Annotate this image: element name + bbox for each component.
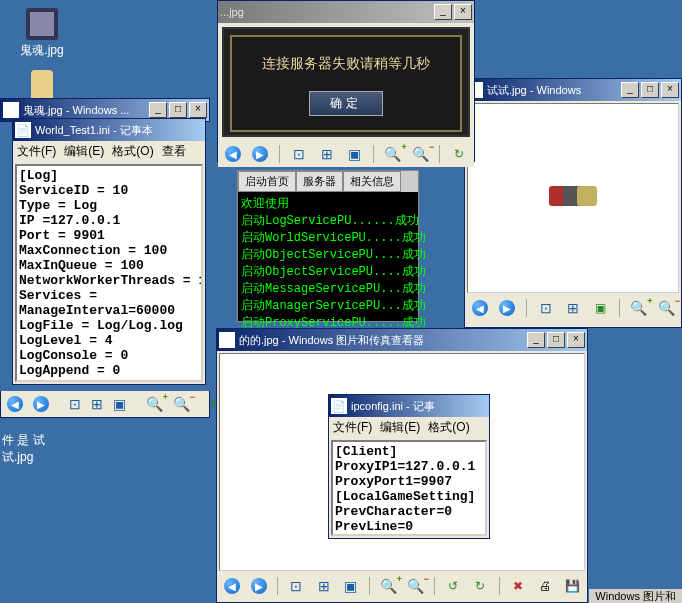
slideshow-icon[interactable]: ▣ [113,395,126,413]
image-canvas: 📄 ipconfig.ini - 记事 文件(F) 编辑(E) 格式(O) [C… [219,353,585,571]
dialog-message: 连接服务器失败请稍等几秒 [252,55,440,73]
actual-icon[interactable]: ⊞ [315,577,332,595]
console-line: 启动LogServicePU......成功 [241,212,415,229]
tab-servers[interactable]: 服务器 [296,171,343,192]
text-area[interactable]: [Client]ProxyIP1=127.0.0.1ProxyPort1=990… [331,440,487,536]
picture-viewer-window-dede: 🖼 的的.jpg - Windows 图片和传真查看器 _ □ × 📄 ipco… [216,328,588,603]
delete-icon[interactable]: ✖ [510,577,527,595]
taskbar-fragment: Windows 图片和 [589,589,682,603]
titlebar[interactable]: 📄 ipconfig.ini - 记事 [329,395,489,417]
titlebar[interactable]: 🖼 试试.jpg - Windows _ □ × [465,79,681,101]
picture-viewer-toolbar: ◀ ▶ ⊡ ⊞ ▣ 🔍 🔍 ↺ ↻ ✖ 🖨 💾 [217,573,587,599]
next-button[interactable]: ▶ [33,395,49,413]
picture-viewer-window-right: 🖼 试试.jpg - Windows _ □ × ◀ ▶ ⊡ ⊞ ▣ 🔍 🔍 [464,78,682,328]
desktop-icon-test[interactable]: 件 是 试 试.jpg [2,432,92,466]
notepad-icon: 📄 [331,398,347,414]
console-line: 启动ObjectServicePU....成功 [241,263,415,280]
next-button[interactable]: ▶ [498,299,515,317]
desktop-icon-ghost[interactable]: 鬼魂.jpg [2,8,82,59]
actual-icon[interactable]: ⊞ [564,299,581,317]
zoom-out-icon[interactable]: 🔍 [412,145,430,163]
text-line: MaxInQueue = 100 [19,258,199,273]
actual-icon[interactable]: ⊞ [91,395,103,413]
menu-file[interactable]: 文件(F) [333,419,372,436]
ok-button[interactable]: 确定 [309,91,383,116]
text-line: [LocalGameSetting] [335,489,483,504]
window-title: ipconfig.ini - 记事 [351,399,487,414]
taskbar-text: Windows 图片和 [595,589,676,604]
next-button[interactable]: ▶ [252,145,270,163]
game-message-window: ...jpg _ × 连接服务器失败请稍等几秒 确定 ◀ ▶ ⊡ ⊞ ▣ 🔍 🔍… [217,0,475,162]
fit-icon[interactable]: ⊡ [290,145,308,163]
close-button[interactable]: × [567,332,585,348]
rotate-left-icon[interactable]: ↺ [445,577,462,595]
zoom-in-icon[interactable]: 🔍 [146,395,163,413]
actual-icon[interactable]: ⊞ [318,145,336,163]
text-line: LogAppend = 0 [19,363,199,378]
picture-viewer-toolbar: ◀ ▶ ⊡ ⊞ ▣ 🔍 🔍 [465,295,681,321]
menu-edit[interactable]: 编辑(E) [380,419,420,436]
menu-format[interactable]: 格式(O) [428,419,469,436]
tab-info[interactable]: 相关信息 [343,171,401,192]
picture-viewer-toolbar: ◀ ▶ ⊡ ⊞ ▣ 🔍 🔍 ↻ [218,141,474,167]
maximize-button[interactable]: □ [547,332,565,348]
prev-button[interactable]: ◀ [7,395,23,413]
tab-start[interactable]: 启动首页 [238,171,296,192]
menu-file[interactable]: 文件(F) [17,143,56,160]
text-line: PrevLine=0 [335,519,483,534]
zoom-out-icon[interactable]: 🔍 [407,577,424,595]
app-icon: 🖼 [3,102,19,118]
maximize-button[interactable]: □ [169,102,187,118]
image-canvas [467,103,679,293]
titlebar[interactable]: 📄 World_Test1.ini - 记事本 [13,119,205,141]
minimize-button[interactable]: _ [434,4,452,20]
zoom-in-icon[interactable]: 🔍 [384,145,402,163]
window-title: 的的.jpg - Windows 图片和传真查看器 [239,333,525,348]
text-line: PrevCharacter=0 [335,504,483,519]
prev-button[interactable]: ◀ [471,299,488,317]
desktop-icon-label: 鬼魂.jpg [2,42,82,59]
menu-format[interactable]: 格式(O) [112,143,153,160]
close-button[interactable]: × [661,82,679,98]
prev-button[interactable]: ◀ [224,145,242,163]
fit-icon[interactable]: ⊡ [537,299,554,317]
menu-view[interactable]: 查看 [162,143,186,160]
zoom-in-icon[interactable]: 🔍 [630,299,647,317]
titlebar[interactable]: 🖼 的的.jpg - Windows 图片和传真查看器 _ □ × [217,329,587,351]
text-line: IP =127.0.0.1 [19,213,199,228]
window-title: ...jpg [220,6,432,18]
menu-edit[interactable]: 编辑(E) [64,143,104,160]
rotate-icon[interactable]: ↻ [450,145,468,163]
prev-button[interactable]: ◀ [223,577,240,595]
minimize-button[interactable]: _ [621,82,639,98]
slideshow-icon[interactable]: ▣ [345,145,363,163]
text-line: MaxConnection = 100 [19,243,199,258]
minimize-button[interactable]: _ [149,102,167,118]
slideshow-icon[interactable]: ▣ [342,577,359,595]
text-area[interactable]: [Log]ServiceID = 10Type = LogIP =127.0.0… [15,164,203,382]
fit-icon[interactable]: ⊡ [69,395,81,413]
console-line: 启动ManagerServicePU...成功 [241,297,415,314]
maximize-button[interactable]: □ [641,82,659,98]
text-line: ServiceID = 10 [19,183,199,198]
print-icon[interactable]: 🖨 [537,577,554,595]
zoom-out-icon[interactable]: 🔍 [658,299,675,317]
text-line: NetworkWorkerThreads = 1 [19,273,199,288]
next-button[interactable]: ▶ [250,577,267,595]
titlebar[interactable]: ...jpg _ × [218,1,474,23]
text-line: [Log] [19,168,199,183]
text-line: ProxyIP1=127.0.0.1 [335,459,483,474]
desktop-icon-label: 件 是 试 试.jpg [2,432,92,466]
zoom-in-icon[interactable]: 🔍 [380,577,397,595]
minimize-button[interactable]: _ [527,332,545,348]
zoom-out-icon[interactable]: 🔍 [173,395,190,413]
rotate-right-icon[interactable]: ↻ [472,577,489,595]
slideshow-icon[interactable]: ▣ [592,299,609,317]
close-button[interactable]: × [189,102,207,118]
fit-icon[interactable]: ⊡ [288,577,305,595]
server-console: 启动首页 服务器 相关信息 欢迎使用启动LogServicePU......成功… [237,170,419,322]
window-title: World_Test1.ini - 记事本 [35,123,203,138]
save-icon[interactable]: 💾 [564,577,581,595]
image-file-icon [26,8,58,40]
close-button[interactable]: × [454,4,472,20]
